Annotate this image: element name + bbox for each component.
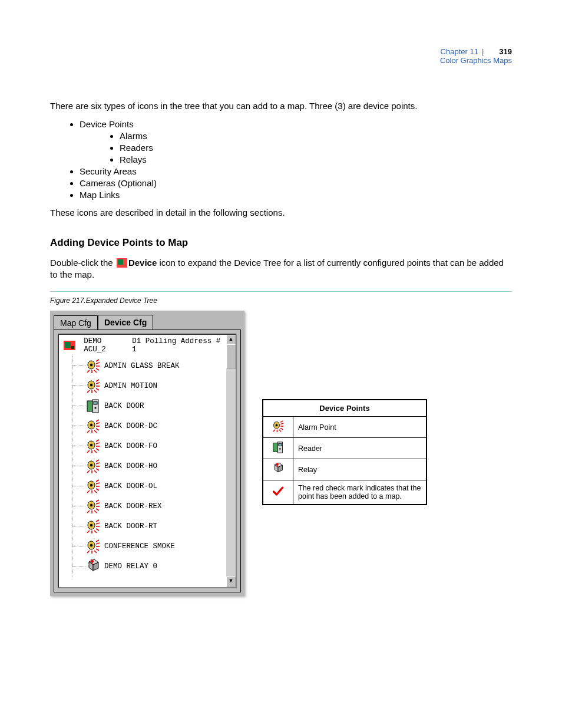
alarm-icon	[85, 378, 101, 394]
reader-icon	[85, 398, 101, 414]
tree-node-label: BACK DOOR-OL	[104, 482, 157, 490]
device-icon	[117, 258, 127, 268]
section-heading: Adding Device Points to Map	[50, 237, 512, 249]
instruction-pre: Double-click the	[50, 258, 115, 268]
list-item: Security Areas	[80, 166, 512, 176]
list-item: Alarms	[120, 131, 512, 141]
page-number: 319	[499, 47, 512, 56]
page-header: Chapter 11 | 319 Color Graphics Maps	[50, 47, 512, 65]
tree-node-label: BACK DOOR-FO	[104, 442, 157, 450]
tree-node[interactable]: BACK DOOR-RT	[72, 516, 226, 536]
alarm-icon	[85, 419, 101, 434]
legend-text: Reader	[293, 438, 427, 459]
tree-node[interactable]: BACK DOOR-HO	[72, 456, 226, 476]
list-item: Map Links	[80, 190, 512, 200]
alarm-icon	[85, 459, 101, 474]
tree-node[interactable]: CONFERENCE SMOKE	[72, 536, 226, 556]
legend-text: Alarm Point	[293, 417, 427, 438]
alarm-icon	[85, 479, 101, 494]
relay-icon	[263, 459, 293, 480]
tree-node[interactable]: BACK DOOR-DC	[72, 416, 226, 436]
relay-icon	[85, 559, 101, 574]
tree-node-label: BACK DOOR-HO	[104, 462, 157, 470]
list-item: Relays	[120, 154, 512, 164]
tree-node-label: BACK DOOR-REX	[104, 502, 162, 510]
header-separator: |	[478, 47, 487, 56]
tree-node[interactable]: ADMIN MOTION	[72, 376, 226, 396]
scroll-thumb[interactable]	[226, 344, 236, 369]
device-icon	[62, 338, 77, 353]
device-tree[interactable]: DEMO ACU_2 D1 Polling Address # 1 ADMIN …	[58, 334, 237, 588]
chapter-label: Chapter 11	[441, 47, 478, 56]
list-item: Cameras (Optional)	[80, 178, 512, 188]
instruction-paragraph: Double-click the Device icon to expand t…	[50, 257, 512, 281]
legend-row: Alarm Point	[263, 417, 427, 438]
tree-node-label: BACK DOOR-DC	[104, 422, 157, 430]
tree-node[interactable]: ADMIN GLASS BREAK	[72, 356, 226, 376]
figure-caption: Figure 217.Expanded Device Tree	[50, 297, 512, 305]
tree-node-label: BACK DOOR	[104, 402, 144, 410]
legend-row: Relay	[263, 459, 427, 480]
check-icon	[263, 480, 293, 505]
tree-root-detail: D1 Polling Address # 1	[132, 337, 223, 354]
scroll-down-button[interactable]: ▼	[226, 577, 236, 587]
reader-icon	[263, 438, 293, 459]
tab-bar: Map Cfg Device Cfg	[54, 314, 241, 330]
scrollbar[interactable]: ▲ ▼	[226, 335, 236, 587]
tree-node-label: CONFERENCE SMOKE	[104, 542, 175, 551]
transition-paragraph: These icons are described in detail in t…	[50, 207, 512, 219]
legend-row: Reader	[263, 438, 427, 459]
alarm-icon	[85, 499, 101, 514]
tab-device-cfg[interactable]: Device Cfg	[98, 315, 153, 330]
intro-paragraph: There are six types of icons in the tree…	[50, 100, 512, 112]
divider	[50, 291, 512, 292]
alarm-icon	[85, 358, 101, 374]
icon-types-list: Device Points Alarms Readers Relays Secu…	[80, 119, 512, 200]
instruction-bold: Device	[128, 258, 157, 268]
device-points-legend: Device Points Alarm PointReaderRelayThe …	[262, 399, 427, 505]
list-item-label: Device Points	[80, 119, 134, 129]
tab-map-cfg[interactable]: Map Cfg	[54, 315, 98, 330]
tree-node-label: BACK DOOR-RT	[104, 522, 157, 531]
list-item: Device Points Alarms Readers Relays	[80, 119, 512, 164]
tree-node[interactable]: DEMO RELAY 0	[72, 556, 226, 577]
tree-node-label: ADMIN GLASS BREAK	[104, 362, 180, 370]
tree-node[interactable]: BACK DOOR-REX	[72, 496, 226, 516]
alarm-icon	[263, 417, 293, 438]
tree-root[interactable]: DEMO ACU_2 D1 Polling Address # 1	[59, 335, 226, 356]
list-item: Readers	[120, 143, 512, 153]
device-tree-panel: Map Cfg Device Cfg DEMO ACU_2 D1 Polling…	[50, 311, 244, 596]
tree-node[interactable]: BACK DOOR-OL	[72, 476, 226, 496]
tree-node-label: DEMO RELAY 0	[104, 562, 157, 571]
tree-node-label: ADMIN MOTION	[104, 382, 157, 390]
legend-row: The red check mark indicates that the po…	[263, 480, 427, 505]
tree-node[interactable]: BACK DOOR-FO	[72, 436, 226, 456]
alarm-icon	[85, 439, 101, 454]
tree-node[interactable]: BACK DOOR	[72, 396, 226, 416]
tree-root-label: DEMO ACU_2	[84, 337, 125, 354]
legend-title: Device Points	[263, 400, 427, 417]
legend-text: Relay	[293, 459, 427, 480]
alarm-icon	[85, 519, 101, 534]
chapter-subtitle: Color Graphics Maps	[50, 56, 512, 65]
legend-text: The red check mark indicates that the po…	[293, 480, 427, 505]
alarm-icon	[85, 539, 101, 554]
